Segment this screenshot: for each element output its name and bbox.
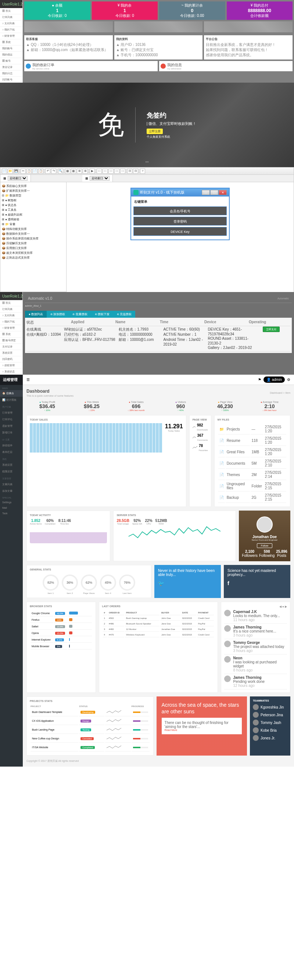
toolbar-button[interactable]: □ (114, 169, 120, 174)
nav-item[interactable]: ☰ 首页 (0, 300, 22, 306)
nav-item[interactable]: ○ 支付列表 (0, 313, 22, 319)
toolbar-button[interactable]: ⊡ (127, 169, 132, 174)
file-row[interactable]: 📄Great Files1MB27/5/2015 1:20 (218, 447, 286, 457)
nav-item[interactable]: 系统设置 (0, 462, 23, 468)
nav-item[interactable]: 文章列表 (0, 481, 23, 488)
toolbar-button[interactable]: □ (120, 169, 125, 174)
stat-card[interactable]: ● 余额1今日收款: 0 (24, 2, 90, 20)
maximize-icon[interactable]: □ (210, 190, 218, 195)
teammate[interactable]: Kobe Bria (253, 727, 288, 733)
nav-item[interactable]: 订单列表 (0, 14, 22, 21)
feed-item[interactable]: NeonI was looking at purchased widget8 h… (224, 655, 287, 674)
tree-node[interactable]: ⊞ ● 状态条 (2, 203, 65, 208)
logo[interactable]: 运维管理 (0, 375, 23, 385)
toolbar-button[interactable]: 📄 (2, 169, 7, 174)
file-row[interactable]: 📄Ungrouped filesFolder27/5/2015 2:15 (218, 481, 286, 492)
link-card[interactable]: 我的收款订单My service online (24, 61, 158, 71)
nav-item[interactable]: ☰ 首页 (0, 8, 22, 14)
toolbar-button[interactable]: ↶ (45, 169, 50, 174)
nav-item[interactable]: 我的信息 (0, 52, 22, 58)
file-row[interactable]: 📁Projects—27/5/2015 1:20 (218, 424, 286, 434)
read-more-link[interactable]: Read More (165, 729, 177, 731)
order-row[interactable]: 1#502Bush Gaming LaptopJohn Doe02/2/2015… (103, 616, 214, 621)
toolbar-button[interactable]: ? (140, 169, 145, 174)
feed-item[interactable]: James ThorningPending work done12 hours … (224, 674, 287, 689)
file-row[interactable]: 📄Resume11827/5/2015 1:20 (218, 435, 286, 446)
user-badge[interactable]: UserRole1.2 (0, 0, 22, 8)
tree-node[interactable]: 📦 扩展界面支持库一 (2, 188, 65, 193)
nav-item[interactable]: Mail (0, 505, 23, 511)
toolbar-button[interactable]: ⊞ (77, 169, 82, 174)
close-icon[interactable]: ✕ (219, 190, 227, 195)
nav-item[interactable]: ○ 我的下线 (0, 319, 22, 325)
nav-item[interactable]: 订单管理 (0, 410, 23, 416)
tree-node[interactable]: 📦 特殊功能支持库 (2, 227, 65, 231)
nav-item[interactable]: ☰ 账号绑定 (0, 337, 22, 344)
notif-icon[interactable]: ⚑ (258, 378, 261, 382)
nav-item[interactable]: ○ 支付列表 (0, 21, 22, 27)
register-button[interactable]: 立即注册 (147, 129, 163, 134)
file-row[interactable]: 📄Backup2G27/5/2015 2:15 (218, 492, 286, 503)
minimize-icon[interactable]: — (202, 190, 210, 195)
user-badge[interactable]: UserRole1.2 (0, 292, 22, 300)
teammate[interactable]: Kgoreshka Jin (253, 704, 288, 710)
toolbar-button[interactable]: ⊞ (83, 169, 88, 174)
component-tree[interactable]: 📦 系统核心支持库📦 扩展界面支持库一 ⊟ 📁 数据类型 ⊞ ● 树形框 ⊞ ●… (0, 182, 67, 293)
nav-item[interactable]: ○ 我的下线 (0, 27, 22, 33)
toolbar-button[interactable]: 📁 (8, 169, 13, 174)
project-row[interactable]: Bush Landing PageTesting (30, 726, 150, 734)
toolbar-button[interactable]: ▦ (65, 169, 70, 174)
tree-node[interactable]: 📦 系统核心支持库 (2, 184, 65, 188)
tab[interactable]: ⊕ 批量授权 (69, 311, 91, 318)
tab[interactable]: ▦ 启动窗口 (82, 175, 113, 182)
form-designer[interactable]: 即刻支付 v1.0 - 线下挂机版 — □ ✕ 右键菜单 会员名/手机号 登录密… (67, 182, 294, 293)
stat-card[interactable]: ~ 我的累计余0今日收款: 0.00 (159, 2, 225, 20)
link-card[interactable]: 我的信息my withdrawal (159, 61, 292, 71)
tree-node[interactable]: 📦 数据操作支持库一 (2, 231, 65, 236)
nav-item[interactable]: 新增订单 (0, 430, 23, 436)
gear-icon[interactable]: ⚙ (287, 378, 290, 382)
nav-item[interactable]: 表单栏目 (0, 449, 23, 455)
tree-node[interactable]: 📦 正则表达式支持库 (2, 255, 65, 260)
nav-item[interactable]: 资金记录 (0, 64, 22, 70)
file-row[interactable]: 📄Documents5M27/5/2015 2:10 (218, 458, 286, 469)
tree-node[interactable]: ⊞ ● 透明标签 (2, 217, 65, 222)
project-row[interactable]: CX iOS ApplicationDesign (30, 717, 150, 725)
nav-item[interactable]: 退款管理 (0, 423, 23, 430)
window-select[interactable]: 启动窗口 (8, 176, 27, 181)
project-row[interactable]: Bush Dashboard TemplateDeveloping (30, 708, 150, 716)
nav-item[interactable]: ○ 财务管理 (0, 33, 22, 39)
toolbar-button[interactable]: □ (102, 169, 108, 174)
toolbar-button[interactable]: 📋 (38, 169, 43, 174)
password-field[interactable]: 登录密码 (133, 217, 227, 226)
file-row[interactable]: 📄Themes2M27/5/2015 2:14 (218, 469, 286, 480)
toolbar-button[interactable]: 💾 (14, 169, 19, 174)
toolbar-button[interactable]: ↷ (51, 169, 56, 174)
facebook-card[interactable]: Science has not yet mastered prophecy...… (224, 565, 290, 598)
toolbar-button[interactable]: □ (97, 169, 102, 174)
window-select-2[interactable]: 启动窗口 (89, 176, 110, 181)
tree-node[interactable]: 📦 压缩解压支持库 (2, 241, 65, 246)
tree-node[interactable]: 📦 超文本浏览框支持库 (2, 250, 65, 255)
tree-node[interactable]: ⊟ 📁 数据类型 (2, 193, 65, 198)
toolbar-button[interactable]: 📋 (26, 169, 32, 174)
tree-node[interactable]: 📦 操作系统界面功能支持库 (2, 236, 65, 241)
toolbar-button[interactable]: ✂ (21, 169, 26, 174)
toolbar-button[interactable]: □ (109, 169, 113, 174)
nav-item[interactable]: 订单评论 (0, 416, 23, 423)
toolbar-button[interactable]: 📄 (32, 169, 37, 174)
toolbar-button[interactable]: 🔍 (58, 169, 63, 174)
nav-item[interactable]: 支付记录 (0, 344, 22, 350)
nav-item[interactable]: ☰ 账号 (0, 58, 22, 64)
stat-card[interactable]: ¥ 我的总付8888888.00合计收款额 (227, 2, 293, 20)
toolbar-button[interactable]: ▶ (89, 169, 95, 174)
menu-icon[interactable]: ☰ (26, 378, 30, 382)
feed-controls[interactable]: ◀ ● ▶ (224, 605, 287, 608)
username-field[interactable]: 会员名/手机号 (133, 207, 227, 215)
nav-item[interactable]: 找回密码 (0, 356, 22, 363)
toolbar-button[interactable]: ▦ (71, 169, 76, 174)
nav-item[interactable]: 系统设置 (0, 350, 22, 356)
design-window[interactable]: 即刻支付 v1.0 - 线下挂机版 — □ ✕ 右键菜单 会员名/手机号 登录密… (131, 188, 230, 240)
nav-item[interactable]: 添加文章 (0, 488, 23, 495)
teammate[interactable]: Peterson Jina (253, 712, 288, 718)
